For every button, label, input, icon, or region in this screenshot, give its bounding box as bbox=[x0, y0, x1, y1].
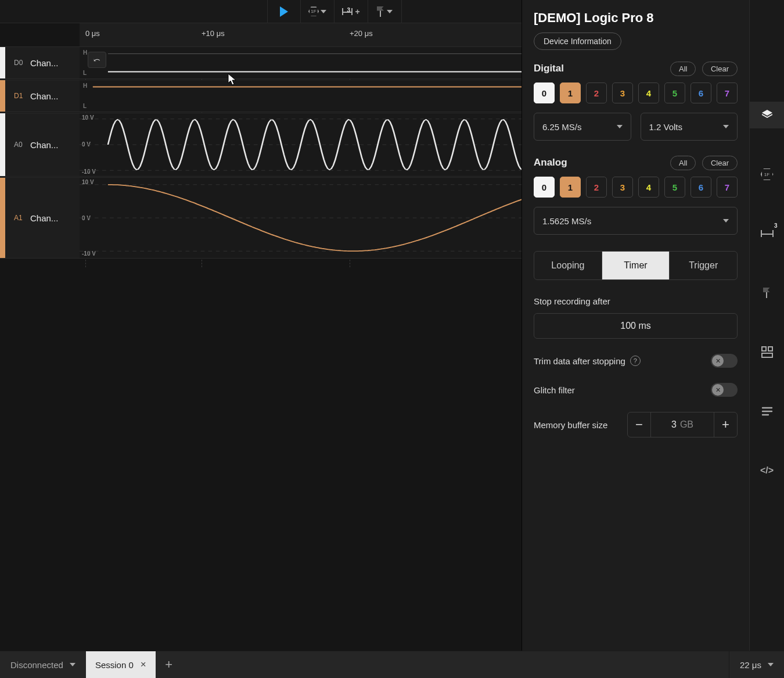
chevron-down-icon bbox=[723, 125, 729, 128]
rail-device-button[interactable] bbox=[750, 102, 785, 128]
digital-channel-3[interactable]: 3 bbox=[612, 82, 633, 103]
chevron-down-icon bbox=[768, 663, 774, 666]
channel-id: D0 bbox=[14, 59, 30, 67]
digital-all-button[interactable]: All bbox=[670, 62, 696, 76]
device-settings-panel: [DEMO] Logic Pro 8 Device Information Di… bbox=[522, 0, 749, 651]
channel-name: Chan... bbox=[30, 140, 58, 150]
digital-channel-grid: 0 1 2 3 4 5 6 7 bbox=[534, 82, 738, 103]
grid-icon bbox=[761, 346, 774, 358]
flag-icon bbox=[763, 288, 771, 298]
svg-rect-11 bbox=[762, 353, 772, 357]
digital-voltage-select[interactable]: 1.2 Volts bbox=[641, 113, 738, 141]
rail-measure-button[interactable]: 3 bbox=[750, 220, 785, 247]
memory-decrement-button[interactable]: − bbox=[628, 412, 651, 437]
digital-clear-button[interactable]: Clear bbox=[702, 62, 738, 76]
rail-analyzer-button[interactable]: 1F bbox=[750, 161, 785, 188]
analog-channel-4[interactable]: 4 bbox=[638, 177, 659, 198]
measure-dropdown[interactable]: 3 + bbox=[335, 0, 368, 23]
chevron-down-icon bbox=[617, 125, 623, 128]
digital-channel-5[interactable]: 5 bbox=[664, 82, 685, 103]
code-icon: </> bbox=[760, 465, 774, 476]
memory-value[interactable]: 3GB bbox=[651, 412, 714, 437]
hexagon-icon: 1F bbox=[308, 6, 319, 17]
analog-channel-7[interactable]: 7 bbox=[717, 177, 738, 198]
channel-id: A0 bbox=[14, 141, 30, 149]
flag-icon bbox=[377, 6, 385, 17]
svg-rect-10 bbox=[768, 347, 772, 351]
rail-badge: 3 bbox=[774, 223, 778, 229]
chevron-down-icon bbox=[70, 663, 75, 666]
rail-layout-button[interactable] bbox=[750, 339, 785, 365]
analog-all-button[interactable]: All bbox=[670, 156, 696, 170]
layers-icon bbox=[760, 108, 774, 122]
close-icon[interactable]: × bbox=[141, 659, 146, 670]
list-icon bbox=[761, 405, 774, 418]
add-session-button[interactable]: + bbox=[156, 651, 182, 678]
marker-dropdown[interactable] bbox=[368, 0, 402, 23]
digital-section-heading: Digital bbox=[534, 63, 564, 74]
tab-looping[interactable]: Looping bbox=[534, 252, 602, 279]
analog-clear-button[interactable]: Clear bbox=[702, 156, 738, 170]
glitch-filter-label: Glitch filter bbox=[534, 385, 575, 395]
svg-rect-9 bbox=[762, 347, 766, 351]
digital-channel-2[interactable]: 2 bbox=[586, 82, 607, 103]
channel-label[interactable]: D0 Chan... bbox=[0, 47, 80, 78]
bottom-bar: Disconnected Session 0× + 22 μs bbox=[0, 651, 784, 678]
toggle-knob: ✕ bbox=[712, 384, 724, 396]
channel-name: Chan... bbox=[30, 213, 58, 223]
chevron-down-icon bbox=[723, 219, 729, 223]
panel-title: [DEMO] Logic Pro 8 bbox=[534, 10, 738, 26]
channel-label[interactable]: A0 Chan... bbox=[0, 113, 80, 176]
analog-channel-grid: 0 1 2 3 4 5 6 7 bbox=[534, 177, 738, 198]
ruler-icon bbox=[761, 230, 774, 237]
memory-increment-button[interactable]: + bbox=[714, 412, 737, 437]
zoom-level[interactable]: 22 μs bbox=[729, 651, 784, 678]
digital-channel-1[interactable]: 1 bbox=[560, 82, 581, 103]
chevron-down-icon bbox=[387, 10, 393, 13]
rail-terminal-button[interactable]: </> bbox=[750, 457, 785, 484]
digital-channel-4[interactable]: 4 bbox=[638, 82, 659, 103]
digital-channel-0[interactable]: 0 bbox=[534, 82, 555, 103]
tab-timer[interactable]: Timer bbox=[602, 252, 670, 279]
tab-trigger[interactable]: Trigger bbox=[670, 252, 737, 279]
help-icon[interactable]: ? bbox=[630, 356, 641, 366]
time-tick: +10 μs bbox=[202, 29, 225, 38]
stop-recording-label: Stop recording after bbox=[534, 296, 738, 306]
capture-mode-tabs: Looping Timer Trigger bbox=[534, 251, 738, 280]
analog-channel-5[interactable]: 5 bbox=[664, 177, 685, 198]
rail-marker-button[interactable] bbox=[750, 279, 785, 306]
glitch-filter-toggle[interactable]: ✕ bbox=[711, 383, 738, 397]
ruler-icon: 3 bbox=[342, 8, 353, 15]
channel-label[interactable]: A1 Chan... bbox=[0, 178, 80, 258]
analog-channel-2[interactable]: 2 bbox=[586, 177, 607, 198]
digital-sample-rate-select[interactable]: 6.25 MS/s bbox=[534, 113, 631, 141]
channel-name: Chan... bbox=[30, 91, 58, 101]
trim-data-label: Trim data after stopping? bbox=[534, 356, 641, 366]
toggle-knob: ✕ bbox=[712, 355, 724, 367]
analog-channel-3[interactable]: 3 bbox=[612, 177, 633, 198]
right-icon-rail: 1F 3 </> bbox=[749, 0, 784, 651]
analog-sample-rate-select[interactable]: 1.5625 MS/s bbox=[534, 207, 738, 235]
reset-view-button[interactable]: ⤺ bbox=[88, 52, 106, 68]
analog-channel-1[interactable]: 1 bbox=[560, 177, 581, 198]
play-button[interactable] bbox=[267, 0, 301, 23]
protocol-dropdown[interactable]: 1F bbox=[301, 0, 335, 23]
hexagon-icon: 1F bbox=[761, 168, 774, 181]
device-info-button[interactable]: Device Information bbox=[534, 33, 621, 50]
digital-channel-6[interactable]: 6 bbox=[691, 82, 711, 103]
rail-notes-button[interactable] bbox=[750, 398, 785, 425]
analog-channel-6[interactable]: 6 bbox=[691, 177, 711, 198]
plus-icon: + bbox=[355, 7, 359, 16]
session-tab[interactable]: Session 0× bbox=[86, 651, 156, 678]
chevron-down-icon bbox=[321, 10, 326, 13]
channel-name: Chan... bbox=[30, 58, 58, 68]
channel-id: D1 bbox=[14, 92, 30, 100]
trim-data-toggle[interactable]: ✕ bbox=[711, 354, 738, 368]
stop-recording-input[interactable]: 100 ms bbox=[534, 313, 738, 339]
digital-channel-7[interactable]: 7 bbox=[717, 82, 738, 103]
analog-channel-0[interactable]: 0 bbox=[534, 177, 555, 198]
channel-label[interactable]: D1 Chan... bbox=[0, 80, 80, 112]
analog-section-heading: Analog bbox=[534, 157, 567, 168]
connection-status[interactable]: Disconnected bbox=[0, 651, 86, 678]
memory-buffer-stepper: − 3GB + bbox=[627, 412, 738, 437]
